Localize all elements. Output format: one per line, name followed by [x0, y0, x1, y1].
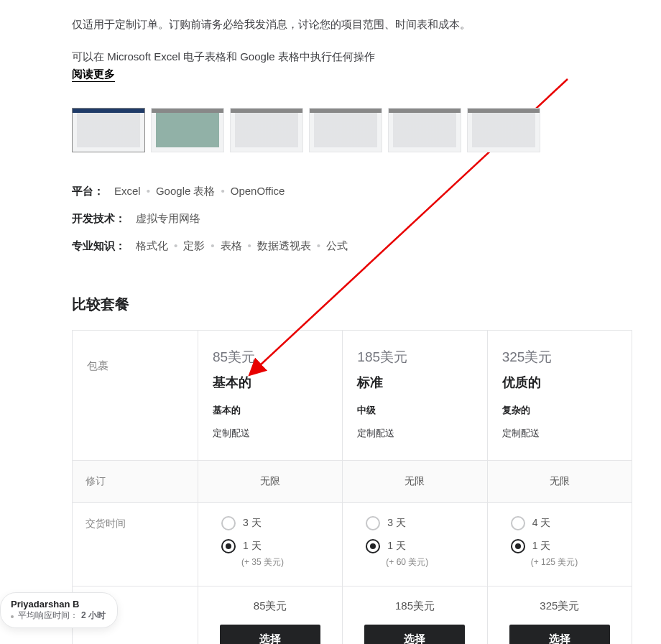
- radio-icon: [221, 516, 236, 530]
- bullet-icon: [11, 615, 14, 618]
- package-name: 基本的: [213, 374, 328, 391]
- expertise-value-2: 定影: [183, 237, 205, 254]
- package-col-premium: 325美元 优质的 复杂的 定制配送: [487, 331, 632, 461]
- delivery-option-label: 4 天: [532, 517, 551, 530]
- tech-value: 虚拟专用网络: [136, 210, 200, 227]
- delivery-option[interactable]: 3 天: [221, 516, 342, 530]
- compare-title: 比较套餐: [72, 295, 589, 314]
- description-line-1: 仅适用于定制订单。订购前请务必给我发消息，讨论您的项目范围、时间表和成本。: [72, 14, 589, 34]
- delivery-extra: (+ 35 美元): [241, 556, 342, 569]
- delivery-option[interactable]: 1 天: [366, 539, 486, 553]
- radio-icon: [366, 516, 380, 530]
- thumbnail-4[interactable]: [309, 108, 382, 152]
- expertise-value-3: 表格: [221, 237, 242, 254]
- page-container: 仅适用于定制订单。订购前请务必给我发消息，讨论您的项目范围、时间表和成本。 可以…: [0, 14, 589, 644]
- revision-label: 修订: [73, 461, 198, 503]
- revision-value: 无限: [198, 461, 343, 503]
- delivery-option-label: 3 天: [243, 517, 262, 530]
- thumbnail-1[interactable]: [72, 108, 145, 152]
- table-header-row: 包裹 85美元 基本的 基本的 定制配送 185美元 标准 中级 定制配送 32…: [73, 331, 632, 461]
- package-name: 标准: [357, 374, 472, 391]
- thumbnail-6[interactable]: [467, 108, 540, 152]
- footer-price: 85美元: [205, 599, 335, 613]
- package-price: 325美元: [502, 348, 617, 367]
- revision-value: 无限: [487, 461, 632, 503]
- delivery-extra: (+ 60 美元): [386, 556, 486, 569]
- delivery-cell-premium: 4 天 1 天 (+ 125 美元): [487, 503, 632, 586]
- package-desc: 定制配送: [213, 427, 328, 440]
- delivery-cell-standard: 3 天 1 天 (+ 60 美元): [343, 503, 487, 586]
- package-subtitle: 基本的: [213, 404, 328, 417]
- delivery-cell-basic: 3 天 1 天 (+ 35 美元): [198, 503, 343, 586]
- table-row-delivery: 交货时间 3 天 1 天 (+ 35 美元) 3 天 1 天 (+ 60 美元)…: [73, 503, 632, 586]
- delivery-option-label: 1 天: [387, 540, 406, 553]
- description-line-2: 可以在 Microsoft Excel 电子表格和 Google 表格中执行任何…: [72, 47, 589, 66]
- footer-price: 325美元: [495, 599, 624, 613]
- delivery-option[interactable]: 3 天: [366, 516, 486, 530]
- package-desc: 定制配送: [357, 427, 472, 440]
- package-col-basic: 85美元 基本的 基本的 定制配送: [198, 331, 343, 461]
- delivery-option[interactable]: 1 天: [221, 539, 342, 553]
- package-subtitle: 复杂的: [502, 404, 617, 417]
- package-name: 优质的: [502, 374, 617, 391]
- expertise-value-4: 数据透视表: [257, 237, 311, 254]
- delivery-label: 交货时间: [73, 503, 198, 586]
- chip-sub-label: 平均响应时间：: [18, 610, 78, 622]
- table-row-revision: 修订 无限 无限 无限: [73, 461, 632, 503]
- thumbnail-row: [72, 108, 589, 152]
- revision-value: 无限: [343, 461, 487, 503]
- delivery-option[interactable]: 1 天: [511, 539, 632, 553]
- package-price: 85美元: [213, 348, 328, 367]
- chip-sub-value: 2 小时: [81, 610, 106, 622]
- package-desc: 定制配送: [502, 427, 617, 440]
- delivery-option-label: 1 天: [532, 540, 551, 553]
- table-footer-row: 85美元 选择 185美元 选择 325美元 选择: [73, 586, 632, 645]
- radio-icon: [366, 539, 380, 553]
- platform-value-3: OpenOffice: [231, 183, 285, 200]
- delivery-option-label: 1 天: [243, 540, 262, 553]
- package-header-label: 包裹: [73, 331, 198, 461]
- radio-icon: [511, 516, 525, 530]
- expertise-label: 专业知识：: [72, 237, 126, 254]
- radio-icon: [511, 539, 525, 553]
- delivery-extra: (+ 125 美元): [531, 556, 632, 569]
- delivery-option[interactable]: 4 天: [511, 516, 632, 530]
- select-button[interactable]: 选择: [509, 625, 610, 644]
- package-price: 185美元: [357, 348, 472, 367]
- select-button[interactable]: 选择: [364, 625, 465, 644]
- expertise-value-1: 格式化: [136, 237, 168, 254]
- platform-value-2: Google 表格: [156, 183, 216, 200]
- radio-icon: [221, 539, 236, 553]
- read-more-link[interactable]: 阅读更多: [72, 68, 115, 82]
- expertise-value-5: 公式: [326, 237, 348, 254]
- meta-block: 平台： Excel• Google 表格• OpenOffice 开发技术： 虚…: [72, 183, 589, 254]
- footer-price: 185美元: [350, 599, 479, 613]
- thumbnail-3[interactable]: [230, 108, 303, 152]
- package-col-standard: 185美元 标准 中级 定制配送: [343, 331, 487, 461]
- seller-chip[interactable]: Priyadarshan B 平均响应时间： 2 小时: [0, 592, 118, 628]
- tech-label: 开发技术：: [72, 210, 126, 227]
- platform-label: 平台：: [72, 183, 104, 200]
- select-button[interactable]: 选择: [220, 625, 320, 644]
- package-table: 包裹 85美元 基本的 基本的 定制配送 185美元 标准 中级 定制配送 32…: [72, 330, 632, 644]
- seller-name: Priyadarshan B: [11, 599, 106, 611]
- thumbnail-2[interactable]: [151, 108, 224, 152]
- delivery-option-label: 3 天: [387, 517, 406, 530]
- thumbnail-5[interactable]: [388, 108, 461, 152]
- platform-value-1: Excel: [114, 183, 141, 200]
- package-subtitle: 中级: [357, 404, 472, 417]
